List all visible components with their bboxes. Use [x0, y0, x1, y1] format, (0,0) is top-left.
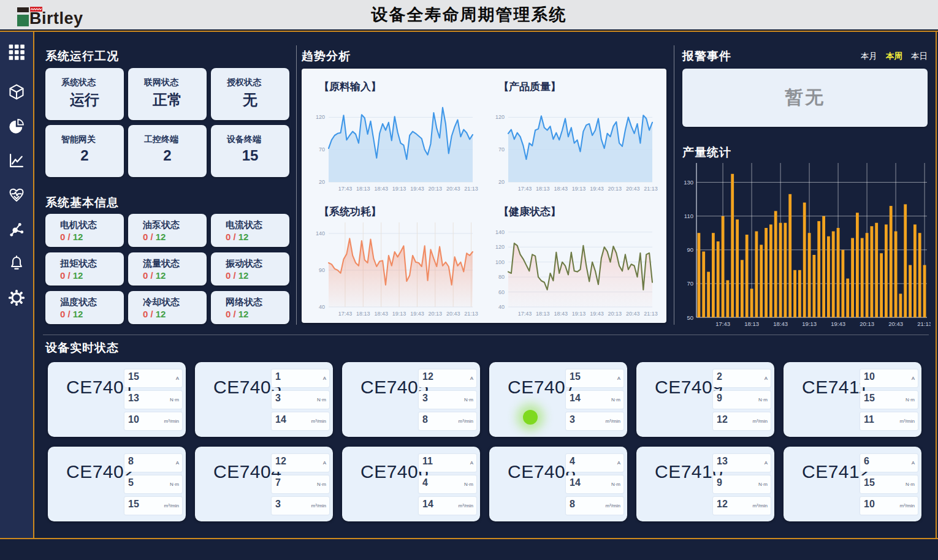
svg-text:21:13: 21:13	[644, 186, 658, 192]
alarm-tab[interactable]: 本日	[911, 51, 928, 62]
device-metric-value: 12	[717, 414, 728, 425]
system-info-card-grid: 电机状态 0 /12 油泵状态 0 /12 电流状态 0 /12 扭矩状态	[45, 214, 289, 324]
device-metric-value: 14	[570, 477, 581, 488]
info-card-count: 0 /12	[226, 270, 289, 281]
device-metric-unit: m³/min	[311, 418, 326, 424]
svg-text:20:43: 20:43	[626, 311, 640, 317]
device-card[interactable]: CE7411 10 A 15 N·m 11 m³/min	[784, 362, 921, 437]
svg-text:19:43: 19:43	[590, 311, 604, 317]
device-metric-box: 5 N·m	[124, 475, 182, 493]
device-metric-unit: N·m	[758, 482, 768, 487]
device-metric-unit: m³/min	[606, 418, 620, 424]
device-metric-value: 14	[422, 499, 433, 510]
device-card[interactable]: CE7407 15 A 14 N·m 3 m³/min	[489, 362, 627, 437]
page-title: 设备全寿命周期管理系统	[0, 4, 938, 26]
total-count: 12	[238, 270, 249, 281]
status-card-value: 运行	[45, 90, 124, 110]
device-card[interactable]: CE7410 13 A 9 N·m 12 m³/min	[636, 447, 774, 521]
info-card-label: 扭矩状态	[60, 258, 124, 270]
device-card[interactable]: CE7408 4 A 14 N·m 8 m³/min	[489, 447, 627, 521]
device-metric-unit: N·m	[464, 397, 473, 403]
info-card-label: 油泵状态	[143, 219, 207, 231]
section-title-alarm: 报警事件	[682, 48, 731, 64]
device-metric-unit: A	[176, 376, 179, 381]
device-metric-unit: m³/min	[753, 418, 768, 424]
device-metric-unit: A	[617, 460, 620, 466]
sidebar-network-nodes-icon[interactable]	[8, 221, 25, 238]
device-metric-unit: A	[912, 460, 915, 466]
status-card-value: 2	[45, 147, 124, 164]
sidebar-health-monitor-icon[interactable]	[8, 186, 25, 203]
device-metric-box: 15 A	[566, 369, 623, 387]
device-metric-unit: A	[176, 460, 179, 466]
device-metric-unit: A	[470, 376, 473, 381]
device-card[interactable]: CE7409 2 A 9 N·m 12 m³/min	[636, 362, 774, 437]
svg-text:50: 50	[687, 314, 693, 321]
device-metric-box: 9 N·m	[713, 391, 771, 409]
device-metrics: 15 A 13 N·m 10 m³/min	[124, 369, 182, 430]
svg-text:17:43: 17:43	[518, 186, 532, 192]
section-title-system-info: 系统基本信息	[45, 195, 119, 211]
device-card[interactable]: CE7406 11 A 4 N·m 14 m³/min	[342, 447, 480, 521]
device-metric-value: 8	[570, 499, 575, 510]
device-metric-value: 11	[864, 414, 874, 425]
trend-chart-title: 【系统功耗】	[319, 205, 481, 219]
svg-text:80: 80	[498, 274, 505, 280]
device-metric-value: 4	[422, 477, 428, 488]
device-metric-box: 15 m³/min	[124, 497, 182, 515]
sidebar-pie-chart-icon[interactable]	[8, 118, 25, 135]
trend-chart-title: 【原料输入】	[319, 80, 481, 94]
sidebar-cube-icon[interactable]	[8, 83, 25, 100]
svg-text:18:43: 18:43	[554, 311, 568, 317]
info-card-count: 0 /12	[143, 309, 207, 319]
device-metrics: 11 A 4 N·m 14 m³/min	[419, 454, 476, 515]
info-card-count: 0 /12	[143, 232, 207, 242]
sidebar-apps-grid-icon[interactable]	[8, 44, 25, 61]
sidebar-line-chart-icon[interactable]	[8, 152, 25, 169]
svg-text:18:13: 18:13	[744, 320, 759, 327]
svg-text:18:13: 18:13	[536, 186, 550, 192]
svg-text:40: 40	[498, 304, 505, 310]
system-status-card: 授权状态 无	[211, 68, 289, 120]
sidebar-gear-icon[interactable]	[8, 289, 25, 306]
device-metrics: 15 A 14 N·m 3 m³/min	[566, 369, 623, 430]
status-card-value: 无	[211, 90, 289, 110]
device-metric-unit: m³/min	[459, 418, 473, 424]
trend-analysis-panel: 【原料输入】207012017:4318:1318:4319:1319:4320…	[302, 69, 666, 323]
system-info-card: 温度状态 0 /12	[45, 291, 124, 324]
device-card[interactable]: CE7402 8 A 5 N·m 15 m³/min	[48, 447, 186, 521]
alarm-period-tabs: 本月本周本日	[846, 51, 928, 62]
total-count: 12	[73, 232, 83, 242]
device-metric-box: 14 N·m	[566, 475, 623, 493]
device-metrics: 2 A 9 N·m 12 m³/min	[713, 369, 771, 430]
svg-text:20: 20	[498, 179, 505, 185]
device-metric-box: 14 N·m	[566, 391, 623, 409]
system-info-card: 冷却状态 0 /12	[128, 291, 207, 324]
alarm-count: 0 /	[60, 232, 71, 242]
alarm-tab[interactable]: 本周	[886, 51, 902, 62]
device-metric-value: 15	[864, 393, 875, 404]
alarm-empty-state: 暂无	[682, 69, 928, 127]
svg-text:17:43: 17:43	[518, 311, 532, 317]
status-card-label: 设备终端	[227, 134, 289, 145]
device-metric-unit: m³/min	[900, 503, 915, 509]
device-metrics: 12 A 7 N·m 3 m³/min	[272, 454, 329, 515]
info-card-count: 0 /12	[60, 309, 124, 319]
system-status-card: 系统状态 运行	[45, 68, 124, 120]
svg-text:18:13: 18:13	[356, 186, 370, 192]
column-divider-left	[296, 45, 297, 325]
sidebar-bell-icon[interactable]	[8, 255, 25, 272]
svg-text:18:43: 18:43	[374, 311, 388, 317]
system-status-card: 工控终端 2	[128, 125, 207, 177]
info-card-count: 0 /12	[226, 309, 289, 319]
device-card[interactable]: CE7401 15 A 13 N·m 10 m³/min	[48, 362, 186, 437]
svg-text:21:13: 21:13	[464, 186, 478, 192]
device-card[interactable]: CE7404 12 A 7 N·m 3 m³/min	[195, 447, 333, 521]
alarm-tab[interactable]: 本月	[861, 51, 877, 62]
devices-section-divider	[43, 335, 929, 335]
device-card[interactable]: CE7405 12 A 3 N·m 8 m³/min	[342, 362, 480, 437]
device-card[interactable]: CE7403 1 A 3 N·m 14 m³/min	[195, 362, 333, 437]
device-card[interactable]: CE7412 6 A 15 N·m 10 m³/min	[784, 447, 921, 521]
trend-chart-plot: 207012017:4318:1318:4319:1319:4320:1320:…	[485, 95, 661, 193]
status-card-value: 15	[211, 147, 289, 164]
